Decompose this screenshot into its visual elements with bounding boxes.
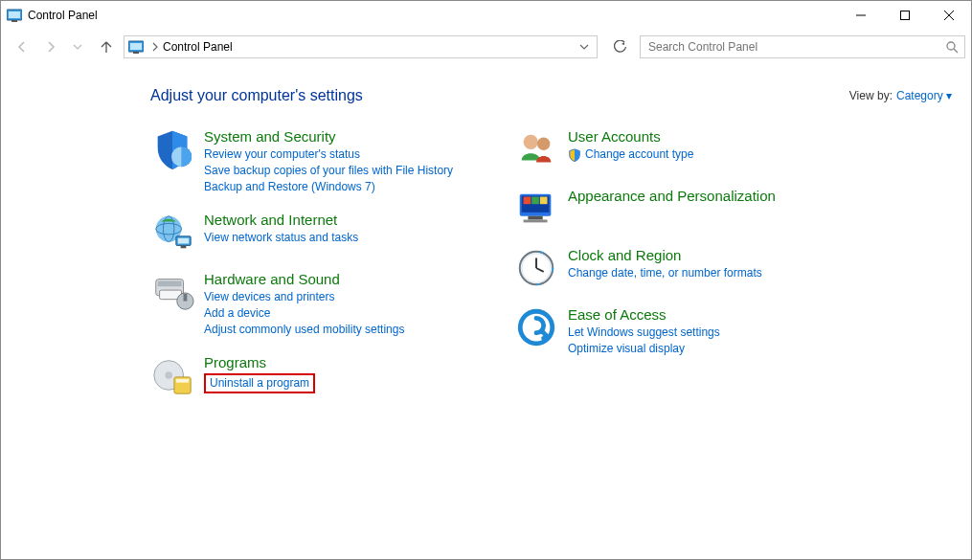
- programs-icon: [150, 353, 194, 397]
- toolbar: Control Panel: [1, 30, 971, 64]
- svg-point-25: [165, 371, 172, 379]
- up-button[interactable]: [95, 35, 118, 58]
- svg-rect-18: [181, 245, 187, 248]
- chevron-down-icon[interactable]: [576, 43, 593, 51]
- search-input[interactable]: [646, 39, 945, 55]
- appearance-icon: [514, 187, 558, 231]
- control-panel-icon: [128, 39, 144, 55]
- link-optimize-display[interactable]: Optimize visual display: [568, 341, 720, 357]
- svg-rect-8: [130, 43, 142, 50]
- svg-rect-4: [901, 11, 910, 20]
- category-user-accounts[interactable]: User Accounts: [568, 127, 693, 146]
- svg-rect-17: [178, 238, 190, 244]
- svg-rect-32: [524, 197, 531, 205]
- viewby-label: View by:: [849, 89, 893, 102]
- link-suggest-settings[interactable]: Let Windows suggest settings: [568, 325, 720, 341]
- category-ease-of-access[interactable]: Ease of Access: [568, 305, 720, 325]
- search-box[interactable]: [640, 35, 965, 58]
- svg-rect-33: [531, 197, 539, 205]
- category-network[interactable]: Network and Internet: [204, 211, 358, 230]
- svg-line-11: [954, 49, 958, 53]
- network-icon: [150, 211, 194, 255]
- hardware-icon: [150, 270, 194, 314]
- svg-rect-9: [133, 52, 139, 54]
- category-clock-region[interactable]: Clock and Region: [568, 246, 762, 265]
- back-button[interactable]: [11, 35, 34, 58]
- user-accounts-icon: [514, 127, 558, 171]
- svg-rect-20: [158, 281, 182, 287]
- category-system-security[interactable]: System and Security: [204, 127, 453, 146]
- refresh-button[interactable]: [607, 35, 634, 58]
- viewby-dropdown[interactable]: Category ▾: [896, 89, 952, 102]
- chevron-right-icon[interactable]: [147, 42, 163, 52]
- system-security-icon: [150, 127, 194, 171]
- address-bar[interactable]: Control Panel: [124, 35, 598, 58]
- shield-icon: [568, 148, 581, 162]
- link-backup-restore[interactable]: Backup and Restore (Windows 7): [204, 179, 453, 195]
- window-title: Control Panel: [28, 9, 98, 22]
- svg-rect-35: [528, 216, 542, 220]
- svg-rect-1: [9, 11, 20, 18]
- category-appearance[interactable]: Appearance and Personalization: [568, 187, 776, 206]
- category-hardware[interactable]: Hardware and Sound: [204, 270, 404, 289]
- control-panel-icon: [7, 8, 22, 23]
- page-heading: Adjust your computer's settings: [150, 87, 363, 104]
- link-date-formats[interactable]: Change date, time, or number formats: [568, 265, 762, 281]
- svg-rect-2: [11, 20, 17, 22]
- forward-button[interactable]: [39, 35, 62, 58]
- clock-icon: [514, 246, 558, 290]
- maximize-button[interactable]: [883, 1, 927, 30]
- link-view-devices[interactable]: View devices and printers: [204, 289, 404, 305]
- ease-of-access-icon: [514, 305, 558, 349]
- svg-rect-23: [184, 294, 188, 302]
- link-uninstall-program[interactable]: Uninstall a program: [204, 373, 315, 393]
- svg-rect-34: [540, 197, 548, 205]
- recent-locations-button[interactable]: [66, 35, 89, 58]
- svg-point-28: [524, 135, 538, 149]
- category-programs[interactable]: Programs: [204, 353, 315, 372]
- link-network-status[interactable]: View network status and tasks: [204, 230, 358, 246]
- link-review-status[interactable]: Review your computer's status: [204, 146, 453, 163]
- search-icon[interactable]: [945, 40, 959, 54]
- close-button[interactable]: [927, 1, 971, 30]
- link-add-device[interactable]: Add a device: [204, 305, 404, 322]
- minimize-button[interactable]: [839, 1, 883, 30]
- link-mobility-settings[interactable]: Adjust commonly used mobility settings: [204, 322, 404, 338]
- link-file-history[interactable]: Save backup copies of your files with Fi…: [204, 163, 453, 179]
- svg-point-10: [947, 42, 955, 50]
- svg-rect-36: [524, 220, 548, 223]
- link-change-account-type[interactable]: Change account type: [585, 146, 693, 163]
- titlebar: Control Panel: [1, 1, 971, 30]
- breadcrumb-item[interactable]: Control Panel: [163, 40, 233, 54]
- svg-rect-27: [176, 379, 189, 383]
- svg-point-29: [537, 138, 550, 150]
